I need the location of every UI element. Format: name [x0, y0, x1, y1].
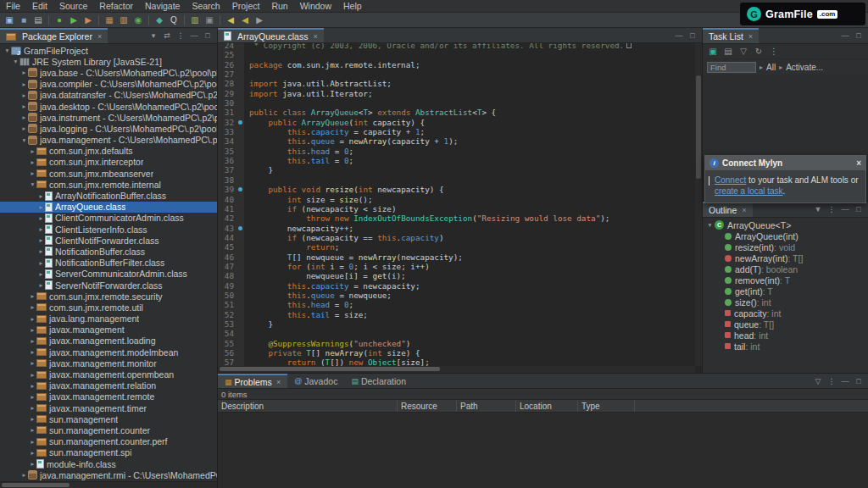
- code-line[interactable]: 48 newqueue[i] = get(i);: [218, 271, 702, 280]
- close-icon[interactable]: ×: [856, 158, 861, 168]
- maximize-icon[interactable]: □: [687, 31, 698, 40]
- collapsed-icon[interactable]: ▸: [29, 460, 36, 468]
- tree-item[interactable]: ▸java.lang.management: [0, 313, 217, 324]
- tree-item[interactable]: ▸NotificationBuffer.class: [0, 246, 217, 257]
- expanded-icon[interactable]: ▾: [12, 58, 19, 65]
- collapsed-icon[interactable]: ▸: [29, 147, 36, 155]
- popup-link[interactable]: create a local task: [715, 186, 783, 196]
- outline-item[interactable]: remove(int) : T: [703, 274, 868, 286]
- code-line[interactable]: 56 private T[] newArray(int size) {: [218, 348, 702, 358]
- outline-item[interactable]: add(T) : boolean: [703, 263, 868, 274]
- maximize-icon[interactable]: □: [854, 31, 864, 40]
- collapsed-icon[interactable]: ▸: [29, 426, 36, 434]
- tree-item[interactable]: ▸javax.management.loading: [0, 336, 217, 347]
- print-icon[interactable]: ▤: [31, 14, 45, 26]
- collapsed-icon[interactable]: ▸: [20, 69, 28, 76]
- scrollbar-thumb[interactable]: [696, 75, 701, 179]
- code-line[interactable]: 24 * Copyright (c) 2003, 2006, Oracle an…: [218, 43, 702, 50]
- editor-vscrollbar[interactable]: [695, 43, 702, 366]
- code-line[interactable]: 41 if (newcapacity < size): [218, 204, 702, 214]
- search-icon[interactable]: Q: [167, 14, 181, 26]
- tree-item[interactable]: ▸ClientCommunicatorAdmin.class: [0, 213, 217, 224]
- collapsed-icon[interactable]: ▸: [37, 247, 45, 255]
- tree-item[interactable]: ▸ArrayQueue.class: [0, 202, 217, 213]
- tree-item[interactable]: ▸sun.management.counter: [0, 424, 217, 435]
- tree-item[interactable]: ▸com.sun.jmx.mbeanserver: [0, 168, 217, 179]
- externalize-strings-icon[interactable]: ▣: [203, 14, 216, 26]
- code-line[interactable]: 30: [218, 98, 702, 108]
- tab-package-explorer[interactable]: Package Explorer ×: [0, 28, 108, 43]
- expanded-icon[interactable]: ▾: [706, 221, 714, 229]
- tree-item[interactable]: ▸java.management.rmi - C:\Users\MohamedP…: [0, 469, 217, 480]
- tree-item[interactable]: ▾com.sun.jmx.remote.internal: [0, 179, 217, 190]
- collapsed-icon[interactable]: ▸: [20, 114, 28, 121]
- tree-item[interactable]: ▸com.sun.jmx.remote.util: [0, 302, 217, 313]
- menu-edit[interactable]: Edit: [26, 1, 53, 11]
- tree-hscrollbar[interactable]: [0, 481, 217, 488]
- collapsed-icon[interactable]: ▸: [37, 192, 45, 200]
- tree-item[interactable]: ▸java.desktop - C:\Users\MohamedPC\.p2\p…: [0, 101, 217, 112]
- collapse-all-icon[interactable]: ▾: [148, 31, 159, 40]
- collapsed-icon[interactable]: ▸: [37, 225, 45, 233]
- code-line[interactable]: 51 this.head = 0;: [218, 300, 702, 309]
- tree-item[interactable]: ▸NotificationBufferFilter.class: [0, 258, 217, 269]
- code-line[interactable]: 49 this.capacity = newcapacity;: [218, 281, 702, 291]
- menu-project[interactable]: Project: [226, 1, 266, 11]
- sort-icon[interactable]: ▼: [813, 205, 823, 214]
- collapsed-icon[interactable]: ▸: [29, 169, 36, 177]
- code-line[interactable]: 46 T[] newqueue = newArray(newcapacity);: [218, 252, 702, 262]
- column-header-description[interactable]: Description: [218, 400, 398, 412]
- collapsed-icon[interactable]: ▸: [29, 382, 36, 390]
- open-type-icon[interactable]: ◆: [153, 14, 166, 26]
- code-line[interactable]: 31public class ArrayQueue<T> extends Abs…: [218, 108, 702, 117]
- tree-item[interactable]: ▸java.datatransfer - C:\Users\MohamedPC\…: [0, 90, 217, 101]
- tree-item[interactable]: ▸java.logging - C:\Users\MohamedPC\.p2\p…: [0, 123, 217, 134]
- code-line[interactable]: 45 return;: [218, 242, 702, 252]
- collapsed-icon[interactable]: ▸: [37, 214, 45, 222]
- code-line[interactable]: 28import java.util.AbstractList;: [218, 79, 702, 88]
- column-header-resource[interactable]: Resource: [398, 400, 457, 412]
- tree-item[interactable]: ▸com.sun.jmx.interceptor: [0, 157, 217, 168]
- save-icon[interactable]: ■: [17, 14, 31, 26]
- tree-item[interactable]: ▸java.compiler - C:\Users\MohamedPC\.p2\…: [0, 79, 217, 90]
- code-line[interactable]: 27: [218, 69, 702, 79]
- forward-icon[interactable]: ▶: [253, 14, 266, 26]
- tree-item[interactable]: ▸javax.management.remote: [0, 391, 217, 402]
- collapsed-icon[interactable]: ▸: [29, 158, 36, 166]
- tree-item[interactable]: ▾java.management - C:\Users\MohamedPC\.p…: [0, 135, 217, 146]
- collapsed-icon[interactable]: ▸: [37, 203, 45, 211]
- scrollbar-thumb[interactable]: [2, 483, 70, 487]
- tree-item[interactable]: ▸javax.management.monitor: [0, 358, 217, 369]
- view-menu-icon[interactable]: ⋮: [175, 31, 186, 40]
- code-line[interactable]: 55 @SuppressWarnings("unchecked"): [218, 339, 702, 348]
- code-line[interactable]: 53 }: [218, 319, 702, 329]
- collapsed-icon[interactable]: ▸: [37, 270, 45, 278]
- tree-item[interactable]: ▸ServerCommunicatorAdmin.class: [0, 269, 217, 280]
- back-icon[interactable]: ◀: [238, 14, 252, 26]
- collapsed-icon[interactable]: ▸: [20, 125, 28, 132]
- tree-item[interactable]: ▾GramFileProject: [0, 45, 217, 56]
- tab-problems[interactable]: ▦Problems×: [218, 374, 287, 388]
- tree-item[interactable]: ▸com.sun.jmx.remote.security: [0, 291, 217, 302]
- code-line[interactable]: 33 this.capacity = capacity + 1;: [218, 127, 702, 136]
- new-wizard-icon[interactable]: ▣: [3, 14, 16, 26]
- code-line[interactable]: 54: [218, 329, 702, 338]
- collapsed-icon[interactable]: ▸: [29, 315, 36, 323]
- collapsed-icon[interactable]: ▸: [29, 359, 36, 367]
- code-line[interactable]: 47 for (int i = 0; i < size; i++): [218, 262, 702, 271]
- outline-item[interactable]: queue : T[]: [703, 319, 868, 330]
- tree-item[interactable]: ▸ArrayNotificationBuffer.class: [0, 190, 217, 201]
- collapsed-icon[interactable]: ▸: [20, 80, 28, 88]
- menu-help[interactable]: Help: [337, 1, 368, 11]
- outline-item[interactable]: get(int) : T: [703, 286, 868, 297]
- filter-completed-icon[interactable]: ▽: [737, 46, 750, 58]
- collapsed-icon[interactable]: ▸: [20, 471, 28, 479]
- collapsed-icon[interactable]: ▸: [37, 236, 45, 244]
- tree-item[interactable]: ▸ServerNotifForwarder.class: [0, 280, 217, 291]
- tree-item[interactable]: ▸java.base - C:\Users\MohamedPC\.p2\pool…: [0, 67, 217, 78]
- tree-item[interactable]: ▸java.instrument - C:\Users\MohamedPC\.p…: [0, 112, 217, 123]
- minimize-icon[interactable]: —: [189, 31, 199, 40]
- menu-search[interactable]: Search: [186, 1, 225, 11]
- all-dropdown[interactable]: All: [766, 63, 776, 72]
- code-line[interactable]: 52 this.tail = size;: [218, 310, 702, 319]
